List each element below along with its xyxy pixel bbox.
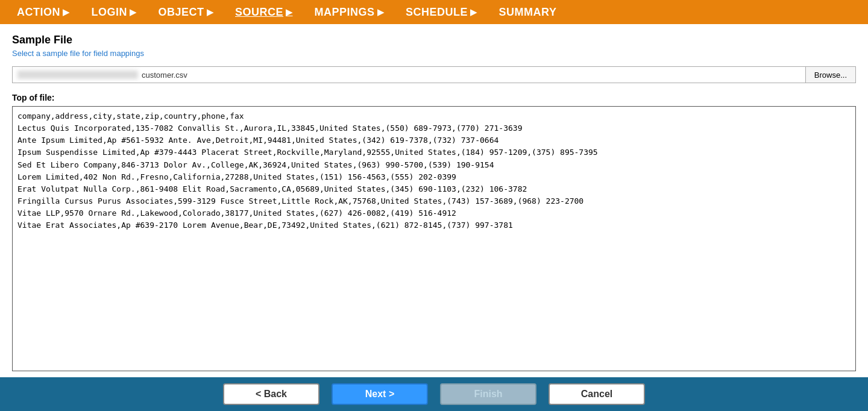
file-preview: company,address,city,state,zip,country,p… — [12, 106, 856, 371]
file-name: customer.csv — [142, 71, 187, 80]
footer: < Back Next > Finish Cancel — [0, 377, 868, 411]
preview-line: Erat Volutpat Nulla Corp.,861-9408 Elit … — [17, 183, 851, 195]
nav-arrow-icon: ▶ — [207, 7, 214, 17]
nav-arrow-icon: ▶ — [130, 7, 137, 17]
nav-item-object[interactable]: OBJECT ▶ — [148, 6, 225, 19]
preview-line: Ipsum Suspendisse Limited,Ap #379-4443 P… — [17, 146, 851, 158]
preview-line: Ante Ipsum Limited,Ap #561-5932 Ante. Av… — [17, 134, 851, 146]
preview-line: company,address,city,state,zip,country,p… — [17, 110, 851, 122]
preview-line: Sed Et Libero Company,846-3713 Dolor Av.… — [17, 159, 851, 171]
browse-button[interactable]: Browse... — [805, 66, 856, 83]
nav-arrow-icon: ▶ — [470, 7, 477, 17]
nav-item-source[interactable]: SOURCE ▶ — [224, 6, 304, 19]
nav-item-mappings[interactable]: MAPPINGS ▶ — [304, 6, 395, 19]
finish-button: Finish — [440, 383, 536, 405]
nav-arrow-icon: ▶ — [377, 7, 385, 17]
nav-item-summary[interactable]: SUMMARY — [488, 6, 568, 19]
top-of-file-label: Top of file: — [12, 93, 856, 102]
nav-arrow-icon: ▶ — [63, 7, 70, 17]
main-content: Sample File Select a sample file for fie… — [0, 24, 868, 377]
file-input-row: customer.csv Browse... — [12, 66, 856, 83]
page-title: Sample File — [12, 34, 856, 46]
next-button[interactable]: Next > — [332, 383, 428, 405]
nav-arrow-icon: ▶ — [286, 7, 293, 17]
nav-bar: ACTION ▶LOGIN ▶OBJECT ▶SOURCE ▶MAPPINGS … — [0, 0, 868, 24]
file-path-blur — [17, 71, 138, 79]
back-button[interactable]: < Back — [223, 383, 319, 405]
preview-line: Lorem Limited,402 Non Rd.,Fresno,Califor… — [17, 171, 851, 183]
file-path-display: customer.csv — [12, 66, 805, 83]
preview-line: Lectus Quis Incorporated,135-7082 Conval… — [17, 122, 851, 134]
nav-item-schedule[interactable]: SCHEDULE ▶ — [395, 6, 488, 19]
cancel-button[interactable]: Cancel — [549, 383, 645, 405]
nav-item-login[interactable]: LOGIN ▶ — [81, 6, 148, 19]
preview-line: Vitae Erat Associates,Ap #639-2170 Lorem… — [17, 219, 851, 231]
page-subtitle: Select a sample file for field mappings — [12, 49, 856, 58]
preview-line: Fringilla Cursus Purus Associates,599-31… — [17, 195, 851, 207]
preview-line: Vitae LLP,9570 Ornare Rd.,Lakewood,Color… — [17, 207, 851, 219]
nav-item-action[interactable]: ACTION ▶ — [6, 6, 81, 19]
